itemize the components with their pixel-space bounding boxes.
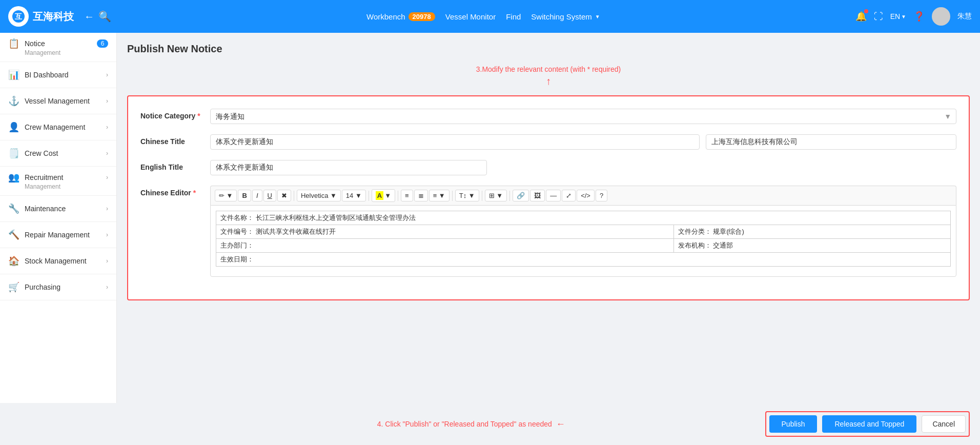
file-number-label: 文件编号：	[220, 228, 254, 235]
toolbar-heading-btn[interactable]: T↕ ▼	[455, 190, 479, 201]
chevron-right-icon: ›	[106, 150, 108, 157]
notice-category-select[interactable]: 海务通知	[210, 109, 956, 124]
required-star: *	[197, 112, 200, 120]
fullscreen-icon[interactable]: ⛶	[874, 11, 883, 22]
cancel-button[interactable]: Cancel	[922, 415, 966, 433]
publish-button[interactable]: Publish	[769, 415, 818, 433]
hint4-text: 4. Click "Publish" or "Released and Topp…	[377, 420, 552, 428]
toolbar-bold-btn[interactable]: B	[238, 190, 251, 201]
sidebar-maintenance-label: Maintenance	[25, 205, 101, 213]
sidebar-item-crew-management[interactable]: 👤 Crew Management ›	[0, 114, 116, 140]
help-icon[interactable]: ❓	[913, 11, 925, 22]
chevron-right-icon: ›	[106, 205, 108, 212]
recruitment-icon: 👥	[8, 172, 19, 183]
main-container: 📋 Notice 6 Management 📊 BI Dashboard › ⚓…	[0, 33, 980, 403]
sidebar-item-notice[interactable]: 📋 Notice 6 Management	[0, 33, 116, 62]
header-nav: Workbench 20978 Vessel Monitor Find Swit…	[111, 12, 855, 21]
notice-category-control: 海务通知 ▼	[210, 109, 956, 124]
logo-icon: 互	[8, 6, 29, 27]
sidebar-bi-label: BI Dashboard	[25, 71, 101, 79]
notice-icon: 📋	[8, 38, 19, 49]
english-title-control	[210, 160, 956, 175]
editor-content[interactable]: 文件名称： 长江三峡水利枢纽水上交通管制区域通航安全管理办法 文件编号： 测试共…	[210, 205, 956, 277]
toolbar-align-btn[interactable]: ≡ ▼	[429, 190, 450, 201]
sidebar-item-purchasing[interactable]: 🛒 Purchasing ›	[0, 274, 116, 300]
toolbar-divider1	[294, 191, 294, 201]
crew-cost-icon: 🗒️	[8, 148, 19, 159]
back-icon[interactable]: ←	[84, 11, 94, 23]
toolbar-list-ol-btn[interactable]: ≣	[414, 190, 428, 201]
footer-buttons: Publish Released and Topped Cancel	[765, 411, 970, 437]
notification-icon[interactable]: 🔔	[855, 11, 867, 22]
sidebar-crew-label: Crew Management	[25, 123, 101, 131]
table-row: 生效日期：	[216, 253, 951, 267]
file-category-value: 规章(综合)	[713, 228, 744, 235]
sidebar-vessel-label: Vessel Management	[25, 97, 101, 105]
workbench-badge: 20978	[409, 12, 435, 21]
chevron-right-icon: ›	[106, 124, 108, 131]
maintenance-icon: 🔧	[8, 203, 19, 214]
vessel-monitor-nav[interactable]: Vessel Monitor	[445, 12, 496, 21]
switching-system-nav[interactable]: Switching System ▼	[531, 12, 600, 21]
toolbar-pen-btn[interactable]: ✏ ▼	[215, 190, 237, 201]
sidebar-item-vessel-management[interactable]: ⚓ Vessel Management ›	[0, 88, 116, 114]
chinese-title-row: Chinese Title	[140, 134, 956, 150]
toolbar-italic-btn[interactable]: I	[252, 190, 262, 201]
hint3-area: 3.Modify the relevant content (with * re…	[127, 65, 970, 87]
repair-icon: 🔨	[8, 229, 19, 240]
chinese-editor-row: Chinese Editor * ✏ ▼ B I U ✖ Helvetica ▼…	[140, 186, 956, 277]
toolbar-clear-btn[interactable]: ✖	[277, 190, 291, 201]
toolbar-table-btn[interactable]: ⊞ ▼	[485, 190, 507, 201]
sidebar-item-maintenance[interactable]: 🔧 Maintenance ›	[0, 196, 116, 222]
toolbar-list-ul-btn[interactable]: ≡	[401, 190, 413, 201]
language-selector[interactable]: EN ▼	[890, 12, 906, 21]
toolbar-hr-btn[interactable]: —	[546, 190, 561, 201]
toolbar-divider6	[509, 191, 510, 201]
sidebar-recruitment-sub: Management	[25, 183, 108, 190]
toolbar-size-btn[interactable]: 14 ▼	[342, 190, 366, 201]
toolbar-help-btn[interactable]: ?	[596, 190, 607, 201]
sidebar-purchasing-label: Purchasing	[25, 283, 101, 291]
chinese-title-input[interactable]	[210, 134, 700, 150]
sidebar-item-bi-dashboard[interactable]: 📊 BI Dashboard ›	[0, 62, 116, 88]
sidebar-stock-label: Stock Management	[25, 257, 101, 265]
svg-text:互: 互	[15, 12, 23, 21]
hint3-text: 3.Modify the relevant content (with * re…	[476, 65, 621, 73]
sidebar-item-recruitment[interactable]: 👥 Recruitment › Management	[0, 167, 116, 196]
toolbar-divider2	[369, 191, 369, 201]
find-nav[interactable]: Find	[506, 12, 521, 21]
chinese-title-company-input[interactable]	[706, 134, 956, 150]
sidebar-notice-sub: Management	[25, 49, 108, 56]
sidebar-item-stock-management[interactable]: 🏠 Stock Management ›	[0, 248, 116, 274]
toolbar-link-btn[interactable]: 🔗	[513, 190, 529, 201]
purchasing-icon: 🛒	[8, 281, 19, 293]
avatar[interactable]	[932, 7, 950, 26]
sidebar-item-repair-management[interactable]: 🔨 Repair Management ›	[0, 222, 116, 248]
sidebar-recruitment-label: Recruitment	[25, 173, 101, 181]
header-right: 🔔 ⛶ EN ▼ ❓ 朱慧	[855, 7, 972, 26]
toolbar-image-btn[interactable]: 🖼	[530, 190, 545, 201]
workbench-nav[interactable]: Workbench 20978	[366, 12, 435, 21]
logo-text: 互海科技	[33, 10, 74, 24]
publisher-value: 交通部	[713, 241, 733, 249]
released-and-topped-button[interactable]: Released and Topped	[822, 415, 916, 433]
toolbar-underline-btn[interactable]: U	[263, 190, 276, 201]
chevron-right-icon: ›	[106, 71, 108, 78]
sidebar-item-crew-cost[interactable]: 🗒️ Crew Cost ›	[0, 140, 116, 167]
search-icon[interactable]: 🔍	[98, 10, 111, 23]
toolbar-divider4	[452, 191, 453, 201]
stock-icon: 🏠	[8, 255, 19, 267]
sidebar-repair-label: Repair Management	[25, 231, 101, 239]
toolbar-fullscreen-btn[interactable]: ⤢	[562, 190, 576, 201]
file-name-row: 文件名称： 长江三峡水利枢纽水上交通管制区域通航安全管理办法	[216, 211, 951, 225]
toolbar-font-btn[interactable]: Helvetica ▼	[297, 190, 341, 201]
editor-toolbar: ✏ ▼ B I U ✖ Helvetica ▼ 14 ▼ A ▼ ≡ ≣ ≡ ▼	[210, 186, 956, 205]
english-title-input[interactable]	[210, 160, 487, 175]
toolbar-code-btn[interactable]: </>	[577, 190, 595, 201]
table-row: 文件编号： 测试共享文件收藏在线打开 文件分类： 规章(综合)	[216, 225, 951, 239]
dept-label: 主办部门：	[220, 241, 254, 249]
chinese-title-inputs	[210, 134, 956, 150]
chevron-right-icon: ›	[106, 284, 108, 291]
toolbar-color-btn[interactable]: A ▼	[372, 189, 395, 202]
effective-date-label: 生效日期：	[220, 255, 254, 263]
